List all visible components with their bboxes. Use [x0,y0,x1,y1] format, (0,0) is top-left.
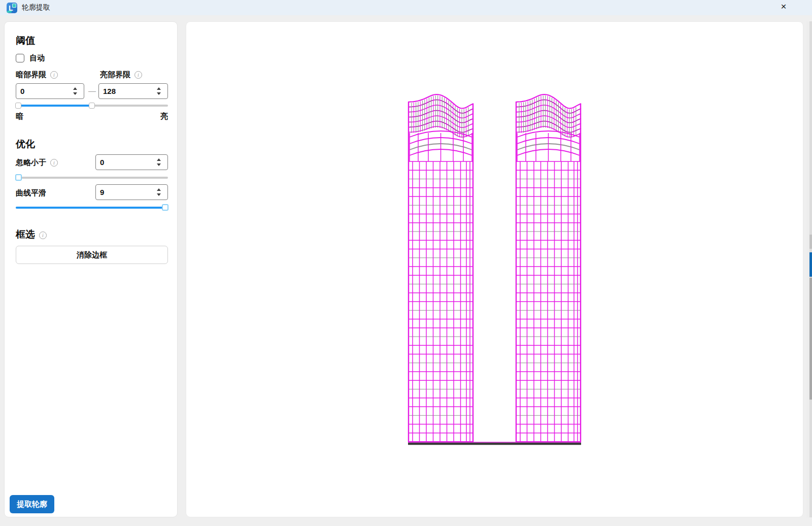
close-icon[interactable]: × [777,0,790,13]
dark-limit-info-icon[interactable] [50,71,58,79]
bright-limit-input[interactable] [99,87,154,95]
curve-smooth-label: 曲线平滑 [16,188,46,198]
threshold-slider-fill [16,105,92,107]
bright-limit-stepper [98,83,168,99]
box-select-info-icon[interactable] [39,232,47,239]
optimize-heading: 优化 [16,138,35,151]
ignore-slider-track[interactable] [16,177,168,179]
threshold-slider-handle-low[interactable] [15,103,21,109]
background-window-edge [806,21,812,517]
dark-limit-spin-up-icon[interactable] [73,87,77,90]
curve-smooth-stepper [95,184,168,200]
ignore-slider-handle[interactable] [15,174,22,181]
contour-wireframe-towers [186,22,803,517]
ignore-smaller-stepper [95,154,168,170]
bright-limit-info-icon[interactable] [134,71,142,79]
app-logo-icon: L [7,3,17,13]
dark-limit-input[interactable] [16,87,71,95]
dark-end-label: 暗 [16,112,23,121]
dark-limit-spin-down-icon[interactable] [73,92,77,95]
window-title: 轮廓提取 [22,3,50,12]
smooth-slider-handle[interactable] [162,204,168,211]
titlebar: L 轮廓提取 [0,0,812,15]
auto-checkbox[interactable] [16,54,24,62]
smooth-spin-down-icon[interactable] [157,193,161,196]
ignore-smaller-info-icon[interactable] [50,159,58,167]
ignore-smaller-label: 忽略小于 [16,158,46,167]
smooth-spin-up-icon[interactable] [157,188,161,191]
bright-limit-spin-down-icon[interactable] [157,92,161,95]
dark-limit-label: 暗部界限 [16,70,46,79]
preview-canvas[interactable] [186,21,803,517]
smooth-slider-fill [16,207,168,209]
auto-threshold-row: 自动 [16,53,45,63]
threshold-range-slider [16,102,168,109]
bright-limit-spin-up-icon[interactable] [157,87,161,90]
threshold-heading: 阈值 [16,34,35,47]
ignore-smaller-slider [16,174,168,181]
extract-contour-button[interactable]: 提取轮廓 [10,495,54,513]
ignore-spin-down-icon[interactable] [157,163,161,166]
box-select-heading: 框选 [16,229,35,240]
settings-panel: 阈值 自动 暗部界限 亮部界限 — [4,21,178,517]
curve-smooth-input[interactable] [96,188,154,196]
threshold-slider-handle-high[interactable] [89,103,95,109]
range-separator: — [88,86,96,95]
ignore-smaller-input[interactable] [96,158,154,167]
ignore-spin-up-icon[interactable] [157,158,161,161]
clear-border-button[interactable]: 消除边框 [16,246,168,264]
auto-checkbox-label: 自动 [29,53,45,63]
curve-smooth-slider [16,204,168,211]
bright-limit-label: 亮部界限 [100,70,130,79]
background-scrollbar-thumb[interactable] [809,252,812,277]
bright-end-label: 亮 [160,112,168,121]
dark-limit-stepper [16,83,84,99]
